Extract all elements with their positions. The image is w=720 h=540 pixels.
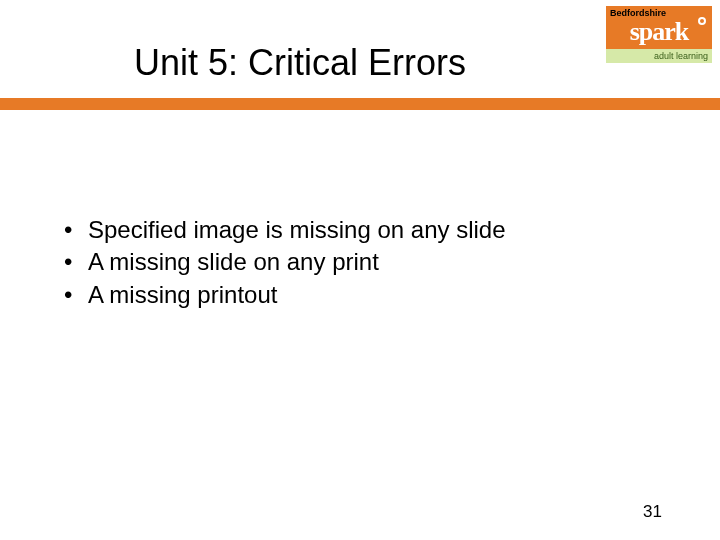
logo-word: spark [630,17,689,46]
brand-logo: Bedfordshire spark adult learning [606,6,712,63]
list-item: A missing printout [70,279,506,311]
bullet-list: Specified image is missing on any slide … [30,214,506,311]
page-title: Unit 5: Critical Errors [0,42,600,84]
divider-bar [0,98,720,110]
logo-subtitle: adult learning [606,49,712,63]
page-number: 31 [643,502,662,522]
logo-ring-icon [698,17,706,25]
list-item: A missing slide on any print [70,246,506,278]
list-item: Specified image is missing on any slide [70,214,506,246]
slide: Unit 5: Critical Errors Bedfordshire spa… [0,0,720,540]
logo-main-text: spark [606,19,712,49]
